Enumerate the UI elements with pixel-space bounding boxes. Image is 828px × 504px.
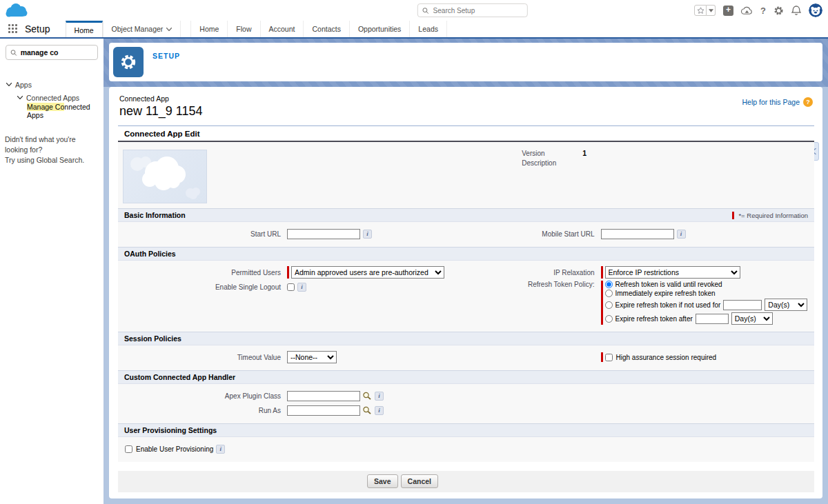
expire-after-value-input[interactable] [696, 314, 729, 324]
tree-node-manage-connected-apps[interactable]: Manage Connected Apps [0, 104, 103, 118]
basic-information-body: Start URL i Mobile Start URL [118, 222, 814, 247]
salesforce-logo[interactable] [4, 2, 29, 19]
info-icon[interactable]: i [297, 283, 306, 292]
timeout-value-select[interactable]: --None-- [287, 351, 337, 363]
main-region: SETUP Connected App new 11_9 1154 Help f… [103, 39, 828, 504]
expire-after-unit-select[interactable]: Day(s) [731, 312, 773, 325]
app-logo-image [123, 150, 207, 203]
tab-object-manager[interactable]: Object Manager [103, 21, 181, 37]
user-provisioning-body: Enable User Provisioning i [118, 437, 814, 462]
help-for-this-page-link[interactable]: Help for this Page [742, 98, 800, 106]
apex-plugin-class-input[interactable] [287, 391, 360, 401]
info-icon[interactable]: i [375, 392, 384, 401]
high-assurance-option[interactable]: High assurance session required [605, 354, 717, 361]
setup-banner-label: SETUP [152, 52, 180, 77]
favorites-dropdown-icon[interactable] [707, 5, 716, 16]
gear-icon[interactable] [773, 6, 784, 16]
sidebar-search-box[interactable] [6, 45, 98, 60]
section-basic-information: Basic Information *= Required Informatio… [118, 208, 814, 222]
notification-bell-icon[interactable] [791, 6, 801, 16]
ip-relaxation-select[interactable]: Enforce IP restrictions [605, 266, 740, 279]
enable-user-provisioning-checkbox[interactable] [125, 445, 132, 453]
start-url-label: Start URL [118, 230, 287, 238]
page-title: new 11_9 1154 [119, 104, 202, 119]
radio-immediately-expire[interactable]: Immediately expire refresh token [605, 290, 808, 297]
radio-valid-until-revoked[interactable]: Refresh token is valid until revoked [605, 281, 808, 288]
enable-single-logout-checkbox[interactable] [287, 283, 295, 291]
tab-contacts[interactable]: Contacts [303, 21, 348, 37]
radio-expire-after[interactable]: Expire refresh token after Day(s) [605, 312, 808, 325]
mobile-start-url-input[interactable] [601, 229, 674, 239]
radio-input[interactable] [605, 281, 613, 288]
required-marker [287, 266, 289, 279]
tab-home[interactable]: Home [190, 21, 227, 37]
quick-create-icon[interactable]: + [723, 6, 733, 16]
lookup-icon[interactable] [362, 392, 372, 401]
cloud-logo-icon [4, 2, 29, 19]
info-icon[interactable]: i [216, 445, 225, 454]
radio-input[interactable] [605, 290, 613, 297]
favorites-control[interactable] [694, 5, 716, 16]
info-icon[interactable]: i [363, 230, 372, 239]
info-icon[interactable]: i [375, 406, 384, 415]
tab-opportunities[interactable]: Opportunities [349, 21, 409, 37]
tab-setup-home[interactable]: Home [66, 21, 103, 37]
chevron-down-icon [6, 83, 12, 86]
form-button-band: Save Cancel [118, 471, 814, 492]
current-app-name: Setup [25, 23, 50, 34]
favorite-star-icon[interactable] [694, 5, 707, 16]
setup-header-card: SETUP [109, 43, 822, 81]
sidebar-search-input[interactable] [21, 48, 93, 57]
tab-leads[interactable]: Leads [409, 21, 447, 37]
tab-flow[interactable]: Flow [227, 21, 259, 37]
refresh-token-policy-group: Refresh token is valid until revoked Imm… [605, 281, 808, 325]
permitted-users-select[interactable]: Admin approved users are pre-authorized [291, 266, 444, 279]
required-marker [732, 212, 734, 219]
user-avatar[interactable] [809, 3, 822, 17]
global-search-box[interactable] [417, 3, 528, 17]
nav-tabs: Home Object Manager Home Flow Account Co… [66, 21, 447, 37]
search-match-highlight: Manage Co [27, 103, 64, 111]
setup-gear-icon [119, 53, 137, 71]
help-badge-icon[interactable]: ? [803, 97, 813, 107]
custom-handler-body: Apex Plugin Class [118, 384, 814, 423]
permitted-users-label: Permitted Users [118, 269, 287, 276]
radio-input[interactable] [605, 315, 613, 323]
radio-input[interactable] [605, 301, 613, 309]
enable-user-provisioning-option[interactable]: Enable User Provisioning [125, 445, 213, 453]
info-icon[interactable]: i [677, 230, 686, 239]
help-icon[interactable]: ? [760, 6, 766, 16]
run-as-input[interactable] [287, 405, 360, 416]
required-marker [601, 352, 603, 362]
chevron-down-icon [17, 96, 23, 99]
save-button[interactable]: Save [367, 474, 398, 488]
high-assurance-checkbox[interactable] [605, 354, 613, 361]
setup-gear-tile [113, 47, 144, 77]
run-as-label: Run As [118, 407, 287, 414]
lookup-icon[interactable] [362, 406, 372, 415]
radio-expire-if-not-used[interactable]: Expire refresh token if not used for Day… [605, 299, 808, 311]
expire-if-not-used-unit-select[interactable]: Day(s) [765, 299, 807, 311]
description-label: Description [522, 159, 582, 167]
expire-if-not-used-value-input[interactable] [723, 300, 762, 310]
global-search-input[interactable] [433, 7, 523, 14]
sidebar-empty-hint: Didn't find what you're looking for? Try… [5, 134, 98, 165]
oauth-policies-body: Permitted Users Admin approved users are… [118, 261, 814, 332]
app-launcher-icon[interactable] [8, 24, 18, 34]
mobile-start-url-label: Mobile Start URL [466, 230, 601, 238]
tree-node-apps[interactable]: Apps [0, 78, 103, 91]
global-search-hint[interactable]: Try using Global Search. [5, 155, 98, 165]
app-overview-block: Version 1 Description [118, 142, 814, 208]
section-session-policies: Session Policies [118, 332, 814, 345]
start-url-input[interactable] [287, 229, 360, 239]
content-card: Connected App new 11_9 1154 Help for thi… [109, 87, 822, 498]
ip-relaxation-label: IP Relaxation [466, 269, 601, 276]
search-icon [422, 7, 429, 14]
setup-tree: Apps Connected Apps Manage Connected App… [0, 78, 103, 118]
section-user-provisioning: User Provisioning Settings [118, 423, 814, 437]
trailhead-icon[interactable] [741, 6, 753, 15]
cancel-button[interactable]: Cancel [401, 474, 438, 488]
section-oauth-policies: OAuth Policies [118, 247, 814, 261]
tab-account[interactable]: Account [260, 21, 304, 37]
chevron-down-icon [166, 28, 172, 31]
